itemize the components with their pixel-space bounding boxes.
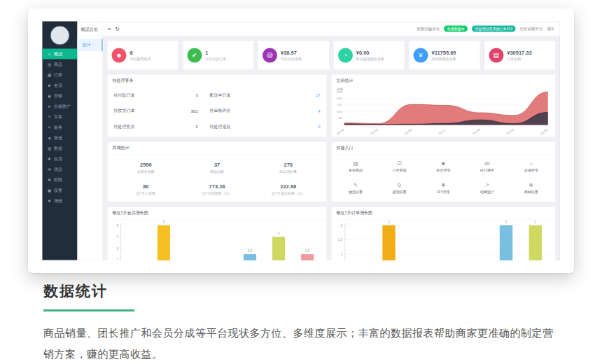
todo-rows: 待付款订单3配送中订单17待发货订单302待审核评价4待处理售后3待处理退款0 bbox=[108, 88, 327, 135]
mall-stat-value: 37 bbox=[181, 162, 253, 168]
sidebar-item-0[interactable]: ⌂概况 bbox=[43, 49, 78, 59]
todo-panel: 待处理事务 待付款订单3配送中订单17待发货订单302待审核评价4待处理售后3待… bbox=[107, 74, 327, 137]
stat-card-text: 1今日付款订单 bbox=[205, 49, 226, 62]
stat-card-5: ▤¥30517.33订单总额 bbox=[484, 41, 556, 70]
mall-stat-4: 773.28近7天销售额（元） bbox=[181, 183, 253, 196]
stat-cards-row: ☻6今日新增会员✔1今日付款订单@¥38.97今日付款金额◔¥0.00昨日提现佣… bbox=[107, 41, 556, 70]
quick-entry-grid: ▤发布商品☑订单明细☻会员管理ıllı排行榜单⌂店铺管理✎物流设置⊙提现设置❖D… bbox=[332, 155, 555, 195]
quick-entry-2[interactable]: ☻会员管理 bbox=[421, 161, 465, 174]
sidebar-item-7[interactable]: ¥财务 bbox=[43, 122, 78, 133]
sidebar-item-1[interactable]: ▤商品 bbox=[43, 59, 78, 70]
mall-stat-label: 近7天订单数 bbox=[111, 191, 182, 196]
sidebar-item-statistics[interactable]: 统计 bbox=[78, 39, 103, 52]
dashboard-clip: ⌂概况▤商品▦订单☻会员◉营销➤分销推广✎文章¥财务◈渠道▥数据✚应用✉消息☸权… bbox=[42, 21, 560, 260]
svg-text:03-18: 03-18 bbox=[472, 128, 481, 136]
sidebar-item-6[interactable]: ✎文章 bbox=[43, 112, 78, 122]
mall-stat-value: 2590 bbox=[111, 162, 182, 168]
page-description: 商品销量、团长推广和会员分成等平台现状多方位、多维度展示；丰富的数据报表帮助商家… bbox=[43, 323, 561, 364]
todo-left-label: 待付款订单 bbox=[114, 92, 174, 99]
todo-left-label: 待发货订单 bbox=[114, 108, 174, 114]
stat-card-label: 订单总额 bbox=[507, 57, 531, 62]
todo-right-value[interactable]: 0 bbox=[303, 124, 321, 129]
stat-card-value: ¥30517.33 bbox=[507, 49, 531, 55]
sidebar-item-label: 消息 bbox=[54, 167, 62, 173]
pending-orders-badge[interactable]: 待处理社区采购订单213 bbox=[472, 26, 515, 32]
mall-panel-title: 商城统计 bbox=[108, 142, 327, 155]
svg-text:2: 2 bbox=[388, 220, 390, 224]
sidebar-item-icon: ✚ bbox=[47, 157, 52, 162]
stat-card-label: 今日付款订单 bbox=[205, 57, 226, 62]
sidebar-item-8[interactable]: ◈渠道 bbox=[43, 133, 78, 144]
todo-right-value[interactable]: 4 bbox=[303, 108, 321, 113]
sidebar-item-icon: ✎ bbox=[47, 115, 52, 120]
todo-right-label: 待处理退款 bbox=[198, 124, 303, 130]
mall-stat-label: 全部会员数 bbox=[111, 169, 182, 174]
sidebar-item-10[interactable]: ✚应用 bbox=[43, 154, 78, 164]
mall-stat-label: 昨日访问量 bbox=[253, 169, 324, 174]
stat-card-icon: @ bbox=[262, 48, 277, 63]
quick-panel-title: 快捷入口 bbox=[332, 142, 555, 155]
todo-left-value: 302 bbox=[174, 108, 198, 113]
quick-entry-0[interactable]: ▤发布商品 bbox=[334, 161, 378, 174]
svg-text:100: 100 bbox=[337, 110, 342, 113]
sidebar-item-13[interactable]: ▣设置 bbox=[43, 186, 78, 196]
quick-entry-label: 销量统计 bbox=[465, 190, 510, 195]
switch-version-link[interactable]: 切换旧版后台 bbox=[416, 26, 440, 31]
todo-row-0: 待付款订单3配送中订单17 bbox=[108, 88, 327, 104]
refresh-icon[interactable]: ↻ bbox=[115, 26, 119, 32]
svg-text:03-14: 03-14 bbox=[336, 128, 345, 136]
sidebar-item-9[interactable]: ▥数据 bbox=[43, 144, 78, 154]
todo-left-label: 待处理售后 bbox=[114, 124, 174, 130]
member-growth-title: 最近7天会员增长图 bbox=[108, 207, 327, 220]
quick-entry-3[interactable]: ıllı排行榜单 bbox=[465, 161, 510, 174]
sidebar-item-14[interactable]: ❖增值 bbox=[43, 196, 78, 206]
quick-entry-6[interactable]: ⊙提现设置 bbox=[377, 182, 421, 195]
sidebar-item-2[interactable]: ▦订单 bbox=[43, 70, 78, 80]
sidebar-item-label: 财务 bbox=[54, 125, 62, 131]
svg-text:2: 2 bbox=[116, 258, 118, 260]
sidebar-item-5[interactable]: ➤分销推广 bbox=[43, 102, 78, 112]
sidebar-item-icon: ☻ bbox=[47, 83, 52, 88]
quick-entry-icon: ❖ bbox=[421, 182, 465, 188]
todo-right-label: 待审核评价 bbox=[198, 108, 303, 114]
quick-entry-7[interactable]: ❖DIY管理 bbox=[421, 182, 465, 195]
quick-entry-9[interactable]: ☸商城设置 bbox=[509, 182, 553, 195]
stat-card-2: @¥38.97今日付款金额 bbox=[258, 41, 330, 70]
svg-text:2.5: 2.5 bbox=[305, 249, 309, 253]
platform-link[interactable]: 社区采购平台 bbox=[520, 26, 543, 31]
svg-text:50: 50 bbox=[339, 117, 343, 120]
sidebar-item-3[interactable]: ☻会员 bbox=[43, 80, 78, 91]
svg-text:5: 5 bbox=[163, 220, 165, 224]
quick-entry-1[interactable]: ☑订单明细 bbox=[377, 161, 421, 174]
sidebar-item-4[interactable]: ◉营销 bbox=[43, 91, 78, 102]
stat-card-value: ¥38.97 bbox=[281, 49, 302, 55]
quick-entry-icon: ☑ bbox=[377, 161, 421, 167]
secondary-sidebar: 概况总览 统计 bbox=[78, 22, 104, 260]
mall-stat-2: 270昨日访问量 bbox=[253, 162, 324, 174]
mall-stat-label: 近7天销售额（元） bbox=[181, 191, 253, 196]
sidebar-item-label: 设置 bbox=[54, 188, 62, 194]
quick-entry-8[interactable]: ↗销量统计 bbox=[465, 182, 510, 195]
stat-card-value: 6 bbox=[130, 49, 151, 55]
sidebar-item-12[interactable]: ☸权限 bbox=[43, 175, 78, 186]
stat-card-icon: ¥ bbox=[414, 48, 428, 63]
check-version-badge[interactable]: 检测新版本 bbox=[444, 26, 468, 32]
svg-text:3: 3 bbox=[116, 246, 118, 250]
avatar[interactable] bbox=[50, 26, 70, 46]
trade-area-chart: 50100150200250金额03-1403-1503-1603-1703-1… bbox=[332, 88, 555, 137]
quick-entry-icon: ⌂ bbox=[509, 161, 553, 167]
menu-icon[interactable]: ≡ bbox=[108, 26, 111, 32]
dashboard-screenshot: ⌂概况▤商品▦订单☻会员◉营销➤分销推广✎文章¥财务◈渠道▥数据✚应用✉消息☸权… bbox=[28, 8, 574, 273]
quick-entry-icon: ☸ bbox=[509, 182, 553, 188]
logout-link[interactable]: 退出 bbox=[547, 26, 555, 31]
sidebar-item-icon: ▤ bbox=[47, 62, 52, 67]
mall-stat-label: 商品总数 bbox=[181, 169, 253, 174]
quick-entry-4[interactable]: ⌂店铺管理 bbox=[509, 161, 553, 174]
svg-text:03-15: 03-15 bbox=[370, 128, 379, 136]
mall-stat-0: 2590全部会员数 bbox=[111, 162, 182, 174]
quick-entry-icon: ⊙ bbox=[377, 182, 421, 188]
sidebar-item-label: 营销 bbox=[54, 93, 62, 99]
quick-entry-5[interactable]: ✎物流设置 bbox=[334, 182, 378, 195]
sidebar-item-11[interactable]: ✉消息 bbox=[43, 164, 78, 175]
todo-right-value[interactable]: 17 bbox=[303, 92, 321, 97]
